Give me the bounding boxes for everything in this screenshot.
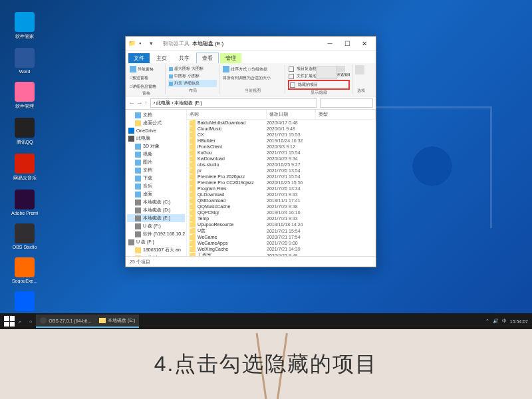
file-row[interactable]: QQMusicCache2021/7/23 9:38: [187, 203, 376, 209]
back-button[interactable]: ←: [128, 99, 135, 106]
file-row[interactable]: QQPCMgr2019/1/24 16:16: [187, 209, 376, 215]
layout-option[interactable]: 超大图标 大图标: [168, 65, 217, 72]
file-row[interactable]: HBuilder2019/10/24 16:32: [187, 138, 376, 144]
file-row[interactable]: obs-studio2020/10/25 9:27: [187, 162, 376, 168]
file-row[interactable]: WeiXingCache2021/7/21 14:39: [187, 246, 376, 252]
clock[interactable]: 15:54:07: [510, 319, 528, 324]
sidebar-item[interactable]: 文档: [127, 166, 185, 174]
sort-button[interactable]: 排序方式 □ 分组依据: [222, 65, 283, 73]
tab-manage[interactable]: 管理: [220, 53, 241, 63]
layout-option[interactable]: 中图标 小图标: [168, 72, 217, 80]
sidebar-item[interactable]: 桌面公式: [127, 119, 185, 127]
file-row[interactable]: KwDownload2020/4/23 9:34: [187, 156, 376, 162]
sidebar-item[interactable]: 软件 (\\192.168.10.2...: [127, 230, 185, 238]
sidebar-item[interactable]: 文档: [127, 111, 185, 119]
breadcrumb[interactable]: › 此电脑 › 本地磁盘 (E:): [150, 98, 317, 108]
nav-sidebar: 文档桌面公式OneDrive此电脑3D 对象视频图片文档下载音乐桌面本地磁盘 (…: [126, 110, 187, 256]
cortana-icon[interactable]: ○: [25, 315, 36, 328]
minimize-button[interactable]: ─: [321, 38, 338, 50]
desktop-icon[interactable]: 网易云音乐: [12, 154, 37, 182]
sidebar-item[interactable]: 18063107 石大 an: [127, 246, 185, 254]
file-list: 名称 修改日期 类型 BaiduNetdiskDownload2020/4/17…: [187, 110, 376, 256]
sidebar-item[interactable]: 本地磁盘 (D:): [127, 206, 185, 214]
tray-icon[interactable]: 🔊: [493, 319, 499, 324]
ribbon: 导航窗格 □预览窗格 □详细信息窗格 窗格 超大图标 大图标 中图标 小图标 列…: [126, 63, 376, 96]
file-row[interactable]: QMDownload2018/11/1 17:41: [187, 198, 376, 203]
file-row[interactable]: Temp2021/7/21 9:33: [187, 215, 376, 221]
qat-btn[interactable]: ▪: [139, 40, 147, 48]
sidebar-item[interactable]: 本地磁盘 (C:): [127, 198, 185, 206]
file-row[interactable]: UpupooResource2018/10/18 14:24: [187, 221, 376, 227]
forward-button[interactable]: →: [136, 99, 143, 106]
autosize-button[interactable]: 将所有列调整为合适的大小: [222, 74, 283, 82]
sidebar-item[interactable]: 3D 对象: [127, 142, 185, 150]
start-button[interactable]: [4, 316, 15, 327]
maximize-button[interactable]: ☐: [338, 38, 356, 50]
sidebar-item[interactable]: 下载: [127, 174, 185, 182]
file-explorer-window: 📁 ▪ ▾ 驱动器工具 本地磁盘 (E:) ─ ☐ ✕ 文件 主页 共享 查看 …: [125, 36, 376, 267]
tab-home[interactable]: 主页: [151, 53, 172, 63]
file-row[interactable]: pr2021/7/20 13:54: [187, 168, 376, 174]
taskbar: ⌕ ○ OBS 27.0.1 (64-bit... 本地磁盘 (E:) ⌃ 🔊 …: [0, 313, 532, 329]
tray-icon[interactable]: 中: [502, 318, 507, 325]
up-button[interactable]: ↑: [144, 99, 148, 106]
sidebar-item[interactable]: 图片: [127, 158, 185, 166]
tab-view[interactable]: 查看: [196, 53, 219, 63]
tool-tab-label: 驱动器工具: [163, 40, 190, 47]
search-input[interactable]: [320, 98, 373, 108]
file-row[interactable]: WeGame2020/7/21 17:54: [187, 234, 376, 240]
file-row[interactable]: Premiere Pro 2020jazz2021/7/21 15:54: [187, 174, 376, 180]
close-button[interactable]: ✕: [356, 38, 373, 50]
file-row[interactable]: iFontsClient2020/3/3 9:12: [187, 144, 376, 150]
column-headers[interactable]: 名称 修改日期 类型: [187, 110, 376, 120]
file-row[interactable]: U盘2021/7/21 15:54: [187, 227, 376, 234]
file-row[interactable]: WeGameApps2021/7/20 9:00: [187, 240, 376, 246]
layout-option[interactable]: 列表 详细信息: [168, 80, 217, 87]
search-icon[interactable]: ⌕: [15, 315, 25, 328]
video-subtitle: 4.点击勾选隐藏的项目: [0, 350, 532, 379]
drive-preview-icon: [315, 66, 337, 79]
hidden-items-check[interactable]: 隐藏的项目: [288, 80, 350, 90]
sidebar-item[interactable]: 此电脑: [127, 134, 185, 142]
preview-pane-check[interactable]: □预览窗格: [129, 74, 149, 82]
tab-share[interactable]: 共享: [174, 53, 195, 63]
sidebar-item[interactable]: 桌面: [127, 190, 185, 198]
titlebar: 📁 ▪ ▾ 驱动器工具 本地磁盘 (E:) ─ ☐ ✕: [126, 37, 376, 51]
sidebar-item[interactable]: U 盘 (F:): [127, 222, 185, 230]
file-row[interactable]: KuGou2021/7/21 15:54: [187, 150, 376, 156]
address-bar: ← → ↑ › 此电脑 › 本地磁盘 (E:): [126, 96, 376, 110]
sidebar-item[interactable]: OneDrive: [127, 127, 185, 134]
desktop-icon[interactable]: 软件管理: [12, 82, 37, 110]
desktop-icon[interactable]: 软件管家: [12, 12, 37, 40]
file-row[interactable]: Program Files2021/7/20 13:34: [187, 186, 376, 192]
desktop-icon[interactable]: OBS Studio: [12, 223, 37, 249]
file-row[interactable]: QLDownload2021/7/21 9:33: [187, 192, 376, 198]
sidebar-item[interactable]: U 盘 (F:): [127, 238, 185, 246]
desktop-icon[interactable]: Word: [12, 48, 37, 74]
sidebar-item[interactable]: 本地磁盘 (E:): [127, 214, 185, 222]
desktop-icon[interactable]: 腾讯QQ: [12, 118, 37, 146]
desktop-icon[interactable]: Adobe Premie...: [12, 190, 37, 215]
nav-pane-button[interactable]: 导航窗格: [129, 65, 154, 73]
ribbon-tabs: 文件 主页 共享 查看 管理: [126, 51, 376, 63]
window-title: 本地磁盘 (E:): [192, 40, 223, 47]
taskbar-obs[interactable]: OBS 27.0.1 (64-bit...: [36, 315, 95, 328]
folder-icon: 📁: [128, 40, 136, 48]
details-pane-check[interactable]: □详细信息窗格: [129, 83, 157, 90]
file-row[interactable]: BaiduNetdiskDownload2020/4/17 0:48: [187, 120, 376, 126]
tab-file[interactable]: 文件: [128, 53, 150, 63]
file-row[interactable]: Premiere Pro CC2019cjazz2020/10/25 15:56: [187, 180, 376, 186]
sidebar-item[interactable]: 音乐: [127, 182, 185, 190]
tray-icon[interactable]: ⌃: [485, 319, 489, 324]
hide-selected-button[interactable]: [336, 66, 345, 72]
status-bar: 25 个项目: [126, 256, 376, 267]
system-tray[interactable]: ⌃ 🔊 中 15:54:07: [485, 318, 528, 325]
taskbar-explorer[interactable]: 本地磁盘 (E:): [95, 315, 139, 328]
qat-btn[interactable]: ▾: [150, 40, 158, 48]
file-row[interactable]: CX2021/7/21 15:53: [187, 132, 376, 138]
file-row[interactable]: CloudMusic2020/6/1 9:48: [187, 126, 376, 132]
sidebar-item[interactable]: 视频: [127, 150, 185, 158]
options-button[interactable]: [355, 65, 364, 74]
desktop-icon[interactable]: SogouExp...: [12, 257, 37, 283]
